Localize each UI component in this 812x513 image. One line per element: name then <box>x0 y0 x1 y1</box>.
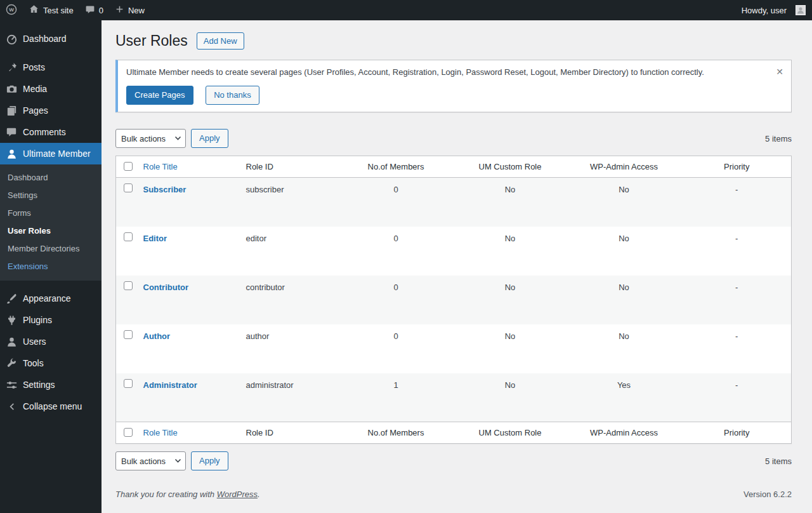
column-header-role-id: Role ID <box>240 422 337 444</box>
table-row: Contributor contributor 0 No No - <box>116 276 792 324</box>
members-cell: 0 <box>337 324 455 373</box>
column-header-members: No.of Members <box>337 156 455 178</box>
sidebar-item-tools[interactable]: Tools <box>0 352 102 374</box>
table-toolbar-top: Bulk actions Apply 5 items <box>115 129 792 148</box>
menu-separator <box>0 281 102 288</box>
site-name-button[interactable]: Test site <box>23 0 79 20</box>
apply-button[interactable]: Apply <box>191 129 228 148</box>
sidebar-item-settings[interactable]: Settings <box>0 374 102 396</box>
row-checkbox[interactable] <box>124 183 133 192</box>
main-content: User Roles Add New Ultimate Member needs… <box>102 0 812 505</box>
howdy-label: Howdy, user <box>742 6 787 15</box>
comments-button[interactable]: 0 <box>79 0 109 20</box>
column-header-role-id: Role ID <box>240 156 337 178</box>
camera-icon <box>5 83 18 95</box>
sidebar: Dashboard Posts Media Pages Comments Ult… <box>0 20 102 513</box>
table-row: Administrator administrator 1 No Yes - <box>116 373 792 422</box>
column-header-wp-admin-access: WP-Admin Access <box>566 156 683 178</box>
sort-role-title-link[interactable]: Role Title <box>143 162 178 171</box>
dismiss-notice-button[interactable]: ✕ <box>775 65 785 78</box>
sidebar-item-dashboard[interactable]: Dashboard <box>0 28 102 50</box>
sidebar-item-pages[interactable]: Pages <box>0 100 102 121</box>
apply-button[interactable]: Apply <box>191 451 228 470</box>
sidebar-item-posts[interactable]: Posts <box>0 57 102 78</box>
wp-logo-button[interactable]: W <box>0 0 23 20</box>
members-cell: 0 <box>337 178 455 227</box>
menu-separator <box>0 50 102 57</box>
my-account-button[interactable]: Howdy, user <box>736 5 806 15</box>
roles-table: Role Title Role ID No.of Members UM Cust… <box>115 156 792 444</box>
page-title: User Roles <box>115 32 188 51</box>
select-all-checkbox[interactable] <box>124 162 133 171</box>
role-title-link[interactable]: Administrator <box>143 380 197 390</box>
column-header-wp-admin-access: WP-Admin Access <box>566 422 683 444</box>
footer-thanks-suffix: . <box>258 490 260 499</box>
bulk-actions-select[interactable]: Bulk actions <box>115 129 186 148</box>
add-new-button[interactable]: Add New <box>197 32 244 50</box>
submenu-item-extensions[interactable]: Extensions <box>0 258 102 276</box>
role-id-cell: subscriber <box>240 178 337 227</box>
wp-admin-access-cell: No <box>566 227 683 276</box>
sidebar-item-ultimate-member[interactable]: Ultimate Member <box>0 143 102 164</box>
sidebar-item-comments[interactable]: Comments <box>0 121 102 143</box>
um-custom-role-cell: No <box>455 227 566 276</box>
column-header-role-title: Role Title <box>137 156 240 178</box>
submenu-item-user-roles[interactable]: User Roles <box>0 222 102 240</box>
wp-admin-access-cell: No <box>566 324 683 373</box>
role-id-cell: contributor <box>240 276 337 324</box>
home-icon <box>29 4 39 17</box>
column-header-members: No.of Members <box>337 422 455 444</box>
role-title-link[interactable]: Editor <box>143 234 167 243</box>
submenu-item-forms[interactable]: Forms <box>0 204 102 222</box>
row-checkbox[interactable] <box>124 281 133 290</box>
wp-admin-access-cell: No <box>566 276 683 324</box>
table-toolbar-bottom: Bulk actions Apply 5 items <box>115 451 792 470</box>
pages-icon <box>5 104 18 117</box>
create-pages-button[interactable]: Create Pages <box>126 86 193 105</box>
column-header-um-custom-role: UM Custom Role <box>455 156 566 178</box>
um-custom-role-cell: No <box>455 276 566 324</box>
sidebar-item-label: Dashboard <box>23 33 67 44</box>
role-title-link[interactable]: Contributor <box>143 283 188 292</box>
priority-cell: - <box>683 227 792 276</box>
items-count: 5 items <box>765 456 792 466</box>
sidebar-item-appearance[interactable]: Appearance <box>0 288 102 309</box>
sidebar-item-plugins[interactable]: Plugins <box>0 309 102 331</box>
sidebar-item-label: Ultimate Member <box>23 148 91 159</box>
new-content-button[interactable]: New <box>109 0 150 20</box>
row-checkbox[interactable] <box>124 232 133 241</box>
members-cell: 0 <box>337 227 455 276</box>
svg-text:W: W <box>9 7 14 13</box>
role-title-link[interactable]: Author <box>143 331 171 341</box>
role-id-cell: administrator <box>240 373 337 422</box>
wp-admin-access-cell: No <box>566 178 683 227</box>
collapse-menu-button[interactable]: Collapse menu <box>0 396 102 417</box>
table-row: Author author 0 No No - <box>116 324 792 373</box>
wp-admin-access-cell: Yes <box>566 373 683 422</box>
sidebar-item-label: Settings <box>23 379 55 390</box>
members-cell: 1 <box>337 373 455 422</box>
sidebar-item-media[interactable]: Media <box>0 78 102 100</box>
notice-text: Ultimate Member needs to create several … <box>126 67 763 78</box>
sidebar-item-label: Posts <box>23 62 45 73</box>
no-thanks-button[interactable]: No thanks <box>206 86 259 105</box>
submenu-item-dashboard[interactable]: Dashboard <box>0 169 102 187</box>
bulk-actions-select[interactable]: Bulk actions <box>115 451 186 470</box>
row-checkbox[interactable] <box>124 379 133 388</box>
select-all-checkbox[interactable] <box>124 428 133 437</box>
wordpress-link[interactable]: WordPress <box>217 490 258 499</box>
priority-cell: - <box>683 178 792 227</box>
sidebar-item-users[interactable]: Users <box>0 331 102 352</box>
priority-cell: - <box>683 324 792 373</box>
role-title-link[interactable]: Subscriber <box>143 185 187 194</box>
role-id-cell: editor <box>240 227 337 276</box>
submenu-item-member-directories[interactable]: Member Directories <box>0 240 102 258</box>
paintbrush-icon <box>5 292 18 305</box>
sidebar-item-label: Appearance <box>23 293 71 304</box>
row-checkbox[interactable] <box>124 330 133 339</box>
table-row: Editor editor 0 No No - <box>116 227 792 276</box>
sort-role-title-link[interactable]: Role Title <box>143 428 178 437</box>
notice-actions: Create Pages No thanks <box>126 86 763 105</box>
submenu-item-settings[interactable]: Settings <box>0 187 102 204</box>
settings-sliders-icon <box>5 378 18 391</box>
